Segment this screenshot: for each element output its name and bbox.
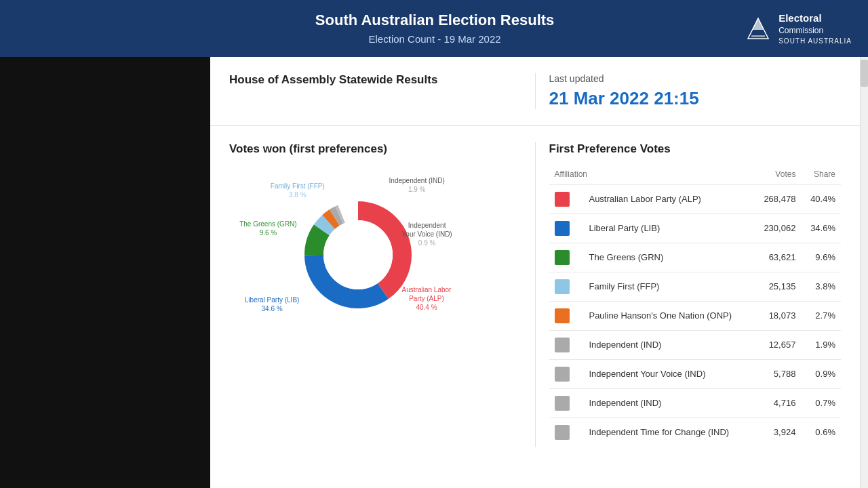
svg-marker-1 (753, 18, 764, 30)
table-row: Independent Time for Change (IND) 3,924 … (549, 418, 842, 447)
ind2-chart-label: IndependentYour Voice (IND)0.9 % (402, 212, 452, 256)
table-row: Pauline Hanson's One Nation (ONP) 18,073… (549, 301, 842, 330)
ffp-chart-label: Family First (FFP)3.8 % (271, 182, 325, 199)
swatch-cell (549, 388, 584, 418)
header-titles: South Australian Election Results Electi… (125, 12, 745, 45)
share-cell: 0.7% (801, 388, 841, 418)
party-name-cell: The Greens (GRN) (583, 243, 753, 272)
party-color-swatch (555, 396, 570, 411)
electoral-commission-logo-icon (745, 15, 772, 42)
party-color-swatch (555, 425, 570, 440)
fp-votes-title: First Preference Votes (549, 142, 842, 156)
fp-table: Affiliation Votes Share Australian Labor… (549, 167, 842, 447)
votes-cell: 12,657 (754, 330, 802, 359)
swatch-cell (549, 243, 584, 272)
header-logo: Electoral Commission SOUTH AUSTRALIA (745, 11, 852, 46)
share-cell: 2.7% (801, 301, 841, 330)
main-content[interactable]: House of Assembly Statewide Results Last… (210, 57, 860, 488)
left-top: House of Assembly Statewide Results (229, 73, 535, 95)
ind-chart-label: Independent (IND)1.9 % (389, 176, 445, 194)
share-cell: 0.6% (801, 418, 841, 447)
votes-cell: 268,478 (754, 184, 802, 214)
party-color-swatch (555, 308, 570, 323)
party-name-cell: Independent (IND) (583, 388, 753, 418)
content-wrapper: House of Assembly Statewide Results Last… (0, 57, 868, 488)
bottom-section: Votes won (first preferences) (210, 126, 860, 463)
header: South Australian Election Results Electi… (0, 0, 868, 57)
last-updated-label: Last updated (549, 73, 842, 84)
swatch-cell (549, 301, 584, 330)
party-name-cell: Independent Your Voice (IND) (583, 359, 753, 388)
lib-chart-label: Liberal Party (LIB)34.6 % (245, 296, 300, 313)
donut-chart: Family First (FFP)3.8 % The Greens (GRN)… (229, 167, 487, 357)
logo-text: Electoral Commission SOUTH AUSTRALIA (778, 11, 852, 46)
fp-table-body: Australian Labor Party (ALP) 268,478 40.… (549, 184, 842, 447)
votes-cell: 25,135 (754, 272, 802, 301)
swatch-cell (549, 330, 584, 359)
table-row: Independent (IND) 12,657 1.9% (549, 330, 842, 359)
party-color-swatch (555, 367, 570, 382)
votes-cell: 18,073 (754, 301, 802, 330)
votes-chart-title: Votes won (first preferences) (229, 142, 521, 156)
table-row: Family First (FFP) 25,135 3.8% (549, 272, 842, 301)
col-share: Share (801, 167, 841, 185)
party-name-cell: Pauline Hanson's One Nation (ONP) (583, 301, 753, 330)
share-cell: 3.8% (801, 272, 841, 301)
party-color-swatch (555, 192, 570, 207)
svg-point-10 (323, 220, 393, 289)
swatch-cell (549, 272, 584, 301)
scrollbar[interactable] (860, 57, 868, 488)
assembly-results-title: House of Assembly Statewide Results (229, 73, 521, 87)
col-affiliation: Affiliation (549, 167, 754, 185)
donut-svg (297, 194, 419, 316)
col-votes: Votes (754, 167, 802, 185)
table-row: Australian Labor Party (ALP) 268,478 40.… (549, 184, 842, 214)
table-row: Independent Your Voice (IND) 5,788 0.9% (549, 359, 842, 388)
top-section: House of Assembly Statewide Results Last… (210, 57, 860, 126)
swatch-cell (549, 214, 584, 243)
election-date: Election Count - 19 Mar 2022 (125, 33, 745, 45)
swatch-cell (549, 359, 584, 388)
party-color-swatch (555, 279, 570, 294)
last-updated-value: 21 Mar 2022 21:15 (549, 88, 842, 109)
swatch-cell (549, 184, 584, 214)
left-black-margin (0, 57, 105, 488)
scrollbar-thumb[interactable] (861, 60, 868, 87)
swatch-cell (549, 418, 584, 447)
first-preference-table-section: First Preference Votes Affiliation Votes… (535, 142, 842, 447)
right-top: Last updated 21 Mar 2022 21:15 (535, 73, 842, 109)
party-color-swatch (555, 250, 570, 265)
table-row: Liberal Party (LIB) 230,062 34.6% (549, 214, 842, 243)
svg-rect-2 (751, 35, 765, 37)
alp-chart-label: Australian LaborParty (ALP)40.4 % (402, 277, 452, 321)
party-name-cell: Australian Labor Party (ALP) (583, 184, 753, 214)
party-color-swatch (555, 338, 570, 352)
party-name-cell: Independent Time for Change (IND) (583, 418, 753, 447)
votes-cell: 5,788 (754, 359, 802, 388)
page-title: South Australian Election Results (125, 12, 745, 29)
share-cell: 9.6% (801, 243, 841, 272)
votes-chart-section: Votes won (first preferences) (229, 142, 535, 447)
party-color-swatch (555, 221, 570, 236)
votes-cell: 63,621 (754, 243, 802, 272)
party-name-cell: Family First (FFP) (583, 272, 753, 301)
party-name-cell: Liberal Party (LIB) (583, 214, 753, 243)
votes-cell: 230,062 (754, 214, 802, 243)
table-row: The Greens (GRN) 63,621 9.6% (549, 243, 842, 272)
grn-chart-label: The Greens (GRN)9.6 % (239, 220, 296, 237)
share-cell: 0.9% (801, 359, 841, 388)
share-cell: 34.6% (801, 214, 841, 243)
table-row: Independent (IND) 4,716 0.7% (549, 388, 842, 418)
party-name-cell: Independent (IND) (583, 330, 753, 359)
votes-cell: 3,924 (754, 418, 802, 447)
share-cell: 1.9% (801, 330, 841, 359)
share-cell: 40.4% (801, 184, 841, 214)
votes-cell: 4,716 (754, 388, 802, 418)
